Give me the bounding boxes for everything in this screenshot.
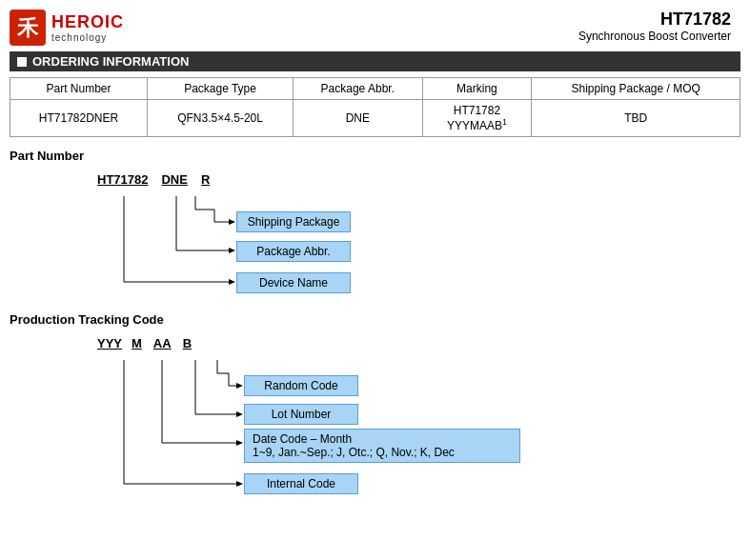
pn-label-ht71782: HT71782	[97, 172, 148, 187]
svg-text:禾: 禾	[16, 16, 39, 40]
col-marking: Marking	[422, 78, 532, 100]
production-tracking-title: Production Tracking Code	[10, 312, 740, 327]
part-id: HT71782	[578, 10, 731, 30]
col-part-number: Part Number	[10, 78, 148, 100]
logo-text: HEROIC technology	[51, 12, 124, 43]
svg-marker-12	[229, 279, 235, 285]
pn-label-dne: DNE	[161, 172, 187, 187]
svg-marker-6	[229, 219, 235, 225]
col-shipping: Shipping Package / MOQ	[532, 78, 740, 100]
ptc-label-b: B	[183, 336, 192, 350]
part-number-section: Part Number HT71782 DNE R Shi	[10, 149, 740, 301]
date-code-badge: Date Code – Month 1~9, Jan.~Sep.; J, Otc…	[244, 429, 525, 467]
device-name-badge: Device Name	[236, 272, 351, 295]
random-code-badge: Random Code	[244, 375, 368, 398]
page-header: 禾 HEROIC technology HT71782 Synchronous …	[0, 0, 750, 51]
pn-label-r: R	[201, 172, 210, 187]
ordering-information-section: ORDERING INFORMATION Part Number Package…	[10, 51, 740, 137]
table-header-row: Part Number Package Type Package Abbr. M…	[10, 78, 740, 100]
svg-marker-23	[236, 440, 243, 446]
table-row: HT71782DNER QFN3.5×4.5-20L DNE HT71782YY…	[10, 100, 740, 137]
header-right: HT71782 Synchronous Boost Converter	[578, 10, 731, 43]
cell-shipping: TBD	[532, 100, 740, 137]
ptc-label-m: M	[132, 336, 142, 350]
col-package-abbr: Package Abbr.	[294, 78, 422, 100]
svg-marker-17	[236, 383, 243, 389]
logo-heroic-text: HEROIC	[51, 12, 124, 32]
package-abbr-badge: Package Abbr.	[236, 241, 360, 264]
part-number-diagram: HT71782 DNE R Shipping Package	[29, 172, 740, 301]
svg-marker-20	[236, 411, 243, 417]
cell-package-type: QFN3.5×4.5-20L	[148, 100, 294, 137]
col-package-type: Package Type	[148, 78, 294, 100]
logo-technology-text: technology	[51, 32, 124, 43]
lot-number-badge: Lot Number	[244, 404, 358, 427]
svg-marker-9	[229, 248, 235, 253]
date-code-label: Date Code – Month	[253, 432, 352, 446]
cell-package-abbr: DNE	[294, 100, 422, 137]
title-square-icon	[17, 57, 27, 67]
production-tracking-diagram: YYY M AA B Ran	[29, 336, 740, 498]
production-tracking-section: Production Tracking Code YYY M AA B	[10, 312, 740, 498]
internal-code-badge: Internal Code	[244, 473, 368, 496]
logo-icon: 禾	[10, 10, 46, 46]
ptc-label-yyy: YYY	[97, 336, 122, 350]
cell-marking: HT71782YYYMAAB1	[422, 100, 532, 137]
pn-diagram-svg: Shipping Package Package Abbr. Device Na…	[29, 189, 505, 298]
ptc-label-aa: AA	[153, 336, 172, 350]
part-desc: Synchronous Boost Converter	[578, 30, 731, 43]
ordering-title-text: ORDERING INFORMATION	[32, 54, 189, 69]
shipping-package-badge: Shipping Package	[236, 211, 375, 234]
cell-part-number: HT71782DNER	[10, 100, 148, 137]
ptc-diagram-svg: Random Code Lot Number Date Code – Month…	[29, 352, 543, 495]
section-title-ordering: ORDERING INFORMATION	[10, 51, 740, 71]
ordering-table: Part Number Package Type Package Abbr. M…	[10, 77, 740, 137]
logo-area: 禾 HEROIC technology	[10, 10, 124, 46]
part-number-title: Part Number	[10, 149, 740, 163]
svg-marker-26	[236, 481, 243, 487]
date-code-detail: 1~9, Jan.~Sep.; J, Otc.; Q, Nov.; K, Dec	[253, 446, 455, 459]
